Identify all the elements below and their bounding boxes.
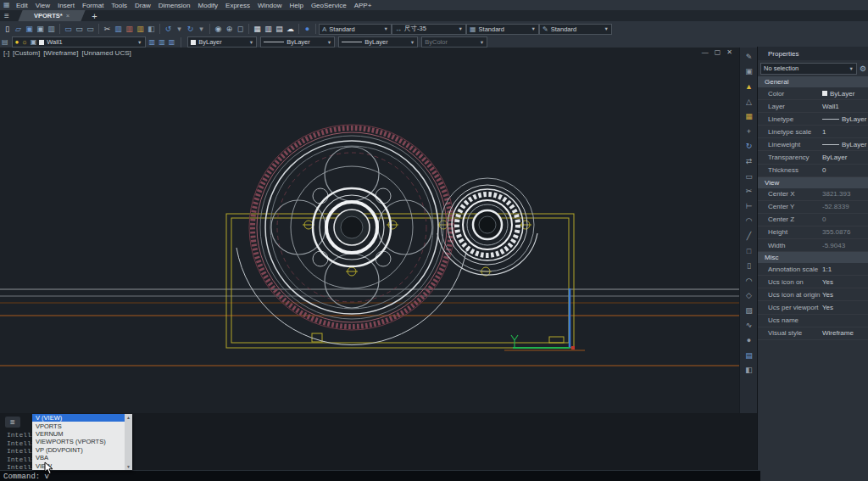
scroll-down-icon[interactable]: ▼ (126, 463, 131, 470)
menu-tools[interactable]: Tools (109, 2, 129, 9)
publish-icon[interactable]: ▭ (85, 23, 96, 36)
cut-icon[interactable]: ✂ (102, 23, 113, 36)
layer-tool-icon-2[interactable]: ▥ (159, 38, 165, 46)
autocomplete-item[interactable]: VP (DDVPOINT) (32, 446, 125, 454)
arc-icon[interactable]: ◠ (743, 273, 756, 288)
autocomplete-item[interactable]: VIEWPORTS (VPORTS) (32, 438, 125, 445)
drawing-tab[interactable]: VPORTS* × (20, 10, 83, 21)
extend-icon[interactable]: ⊢ (743, 199, 756, 214)
menu-help[interactable]: Help (287, 2, 304, 9)
props-value[interactable]: -5.9043 (822, 242, 868, 249)
undo-caret-icon[interactable]: ▾ (174, 23, 185, 36)
menu-dimension[interactable]: Dimension (157, 2, 192, 9)
new-tab-button[interactable]: + (92, 11, 97, 21)
selection-dropdown[interactable]: No selection ▼ (760, 63, 857, 75)
new-file-icon[interactable]: ▯ (2, 23, 13, 36)
props-value[interactable]: Yes (822, 304, 868, 311)
plot-style-dropdown[interactable]: ByColor ▼ (421, 36, 487, 48)
line-icon[interactable]: ╱ (743, 228, 756, 243)
props-value[interactable]: 355.0876 (822, 228, 868, 236)
props-section-general[interactable]: General (758, 76, 868, 87)
command-hamburger-icon[interactable]: ≡ (5, 417, 20, 428)
array-icon[interactable]: ▦ (743, 109, 756, 124)
mirror-icon[interactable]: △ (743, 94, 756, 109)
menu-appplus[interactable]: APP+ (353, 2, 374, 9)
layers-stack-icon[interactable]: ▤ (743, 348, 756, 363)
menu-format[interactable]: Format (81, 2, 105, 9)
redo-caret-icon[interactable]: ▾ (196, 23, 207, 36)
props-value[interactable]: 3821.393 (822, 190, 868, 198)
rectangle-icon[interactable]: □ (743, 243, 756, 259)
copy-clip-icon[interactable]: ▥ (113, 23, 124, 36)
props-value[interactable]: 0 (822, 166, 868, 174)
open-file-icon[interactable]: ▱ (13, 23, 24, 36)
save-icon[interactable]: ▣ (24, 23, 35, 36)
paste-special-icon[interactable]: ▥ (135, 23, 146, 36)
zoom-realtime-icon[interactable]: ◉ (213, 23, 224, 36)
solid-triangle-icon[interactable]: ▲ (743, 79, 756, 94)
menu-modify[interactable]: Modify (197, 2, 220, 9)
sheet-icon[interactable]: ▤ (274, 23, 285, 36)
layer-tool-icon-1[interactable]: ▥ (149, 38, 156, 46)
command-window[interactable]: ≡ IntellipaIntellipaIntellipaIntellipaIn… (0, 413, 757, 481)
trim-icon[interactable]: ✂ (743, 183, 756, 199)
props-value[interactable]: 1:1 (822, 266, 868, 273)
menu-window[interactable]: Window (256, 2, 283, 9)
layer-manager-icon[interactable]: ▤ (2, 38, 8, 46)
layer-dropdown[interactable]: ● ☼ ▣ Wall1 ▼ (12, 36, 146, 48)
text-style-dropdown[interactable]: A Standard ▼ (319, 24, 392, 35)
hatch-icon[interactable]: ▨ (743, 303, 756, 318)
scale-icon[interactable]: ⇄ (743, 154, 756, 169)
menu-draw[interactable]: Draw (133, 2, 153, 9)
spline-icon[interactable]: ∿ (743, 318, 756, 333)
props-value[interactable]: ByLayer (822, 141, 868, 148)
layer-on-bulb-icon[interactable]: ● (15, 38, 19, 46)
command-input-line[interactable]: Command: v (0, 470, 760, 481)
layer-lock-icon[interactable]: ▣ (31, 38, 37, 46)
layer-tool-icon-3[interactable]: ▥ (169, 38, 175, 46)
polygon-icon[interactable]: ◇ (743, 288, 756, 304)
autocomplete-item[interactable]: VBA (32, 454, 125, 461)
color-dropdown[interactable]: ByLayer ▼ (187, 36, 257, 48)
stretch-icon[interactable]: ▭ (743, 169, 756, 184)
edit-pencil-icon[interactable]: ✎ (743, 49, 756, 64)
fillet-icon[interactable]: ◠ (743, 214, 756, 229)
redo-icon[interactable]: ↻ (185, 23, 196, 36)
copy-file-icon[interactable]: ▥ (46, 23, 57, 36)
props-section-view[interactable]: View (758, 177, 868, 188)
cloud-icon[interactable]: ☁ (285, 23, 296, 36)
menu-hamburger-icon[interactable]: ≡ (0, 10, 14, 21)
pan-icon[interactable]: ⊕ (224, 23, 235, 36)
copy-object-icon[interactable]: ▣ (743, 64, 756, 80)
props-value[interactable]: Yes (822, 278, 868, 286)
layer-freeze-icon[interactable]: ☼ (21, 38, 27, 46)
props-section-misc[interactable]: Misc (758, 252, 868, 263)
plot-preview-icon[interactable]: ▭ (74, 23, 85, 36)
menu-insert[interactable]: Insert (56, 2, 76, 9)
layout-icon[interactable]: ▥ (263, 23, 274, 36)
tab-close-icon[interactable]: × (66, 12, 70, 20)
paste-icon[interactable]: ▥ (124, 23, 135, 36)
render-icon[interactable]: ● (302, 23, 313, 36)
props-value[interactable]: 1 (822, 128, 868, 136)
linetype-dropdown[interactable]: ByLayer ▼ (260, 36, 335, 48)
circle-icon[interactable]: ● (743, 333, 756, 348)
autocomplete-scrollbar[interactable]: ▲ ▼ (125, 414, 132, 470)
props-value[interactable]: 0 (822, 215, 868, 223)
move-icon[interactable]: + (743, 124, 756, 139)
props-value[interactable]: Wireframe (822, 329, 868, 337)
drawing-viewport[interactable]: [-][Custom][Wireframe][Unnamed UCS] — ▢ … (0, 48, 739, 413)
menu-express[interactable]: Express (224, 2, 252, 9)
props-value[interactable]: ByLayer (822, 154, 868, 161)
rotate-icon[interactable]: ↻ (743, 139, 756, 154)
plot-icon[interactable]: ▭ (63, 23, 74, 36)
lineweight-dropdown[interactable]: ByLayer ▼ (338, 36, 418, 48)
zoom-window-icon[interactable]: ◻ (235, 23, 246, 36)
match-properties-icon[interactable]: ◧ (146, 23, 157, 36)
mleader-style-dropdown[interactable]: ✎ Standard ▼ (539, 24, 612, 35)
props-value[interactable]: ByLayer (822, 115, 868, 123)
menu-edit[interactable]: Edit (14, 2, 30, 9)
props-value[interactable]: Wall1 (822, 103, 868, 110)
undo-icon[interactable]: ↺ (163, 23, 174, 36)
menu-view[interactable]: View (34, 2, 52, 9)
